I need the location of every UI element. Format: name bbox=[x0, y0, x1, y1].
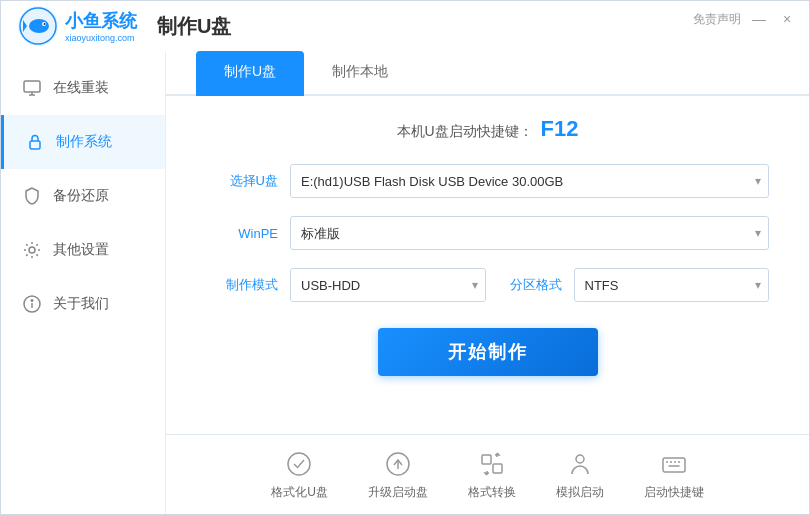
svg-point-19 bbox=[576, 455, 584, 463]
winpe-label: WinPE bbox=[206, 226, 278, 241]
sidebar-item-backup-restore[interactable]: 备份还原 bbox=[1, 169, 165, 223]
sidebar-label-other-settings: 其他设置 bbox=[53, 241, 109, 259]
usb-select[interactable]: E:(hd1)USB Flash Disk USB Device 30.00GB bbox=[290, 164, 769, 198]
toolbar-label-format-usb: 格式化U盘 bbox=[271, 484, 328, 501]
window-controls: 免责声明 — × bbox=[693, 9, 797, 29]
partition-label: 分区格式 bbox=[510, 276, 562, 294]
svg-rect-9 bbox=[30, 141, 40, 149]
content-area: 制作U盘 制作本地 本机U盘启动快捷键： F12 选择U盘 E:(hd1)USB… bbox=[166, 51, 809, 514]
shield-icon bbox=[21, 185, 43, 207]
svg-rect-18 bbox=[493, 464, 502, 473]
convert-icon bbox=[476, 448, 508, 480]
svg-point-5 bbox=[44, 23, 46, 25]
toolbar-label-boot-shortcut: 启动快捷键 bbox=[644, 484, 704, 501]
start-button[interactable]: 开始制作 bbox=[378, 328, 598, 376]
logo-icon bbox=[17, 5, 59, 47]
close-button[interactable]: × bbox=[777, 9, 797, 29]
svg-point-10 bbox=[29, 247, 35, 253]
lock-icon bbox=[24, 131, 46, 153]
upload-circle-icon bbox=[382, 448, 414, 480]
tab-bar: 制作U盘 制作本地 bbox=[166, 51, 809, 96]
page-title: 制作U盘 bbox=[157, 13, 231, 40]
logo-sub: xiaoyuxitong.com bbox=[65, 33, 137, 43]
person-icon bbox=[564, 448, 596, 480]
hotkey-prefix: 本机U盘启动快捷键： bbox=[397, 123, 533, 139]
mode-select[interactable]: USB-HDD bbox=[290, 268, 486, 302]
mode-select-wrapper: USB-HDD bbox=[290, 268, 486, 302]
sidebar-label-online-reinstall: 在线重装 bbox=[53, 79, 109, 97]
info-icon bbox=[21, 293, 43, 315]
check-circle-icon bbox=[283, 448, 315, 480]
usb-select-label: 选择U盘 bbox=[206, 172, 278, 190]
toolbar-simulate-boot[interactable]: 模拟启动 bbox=[556, 448, 604, 501]
gear-icon bbox=[21, 239, 43, 261]
svg-point-14 bbox=[288, 453, 310, 475]
titlebar: 小鱼系统 xiaoyuxitong.com 制作U盘 免责声明 — × bbox=[1, 1, 809, 51]
keyboard-icon bbox=[658, 448, 690, 480]
winpe-row: WinPE 标准版 bbox=[206, 216, 769, 250]
sidebar-label-make-system: 制作系统 bbox=[56, 133, 112, 151]
toolbar-format-usb[interactable]: 格式化U盘 bbox=[271, 448, 328, 501]
hotkey-hint: 本机U盘启动快捷键： F12 bbox=[206, 116, 769, 142]
tab-make-usb[interactable]: 制作U盘 bbox=[196, 51, 304, 96]
bottom-toolbar: 格式化U盘 升级启动盘 bbox=[166, 434, 809, 514]
hotkey-value: F12 bbox=[541, 116, 579, 141]
svg-rect-6 bbox=[24, 81, 40, 92]
tab-make-local[interactable]: 制作本地 bbox=[304, 51, 416, 96]
svg-rect-20 bbox=[663, 458, 685, 472]
logo-main: 小鱼系统 bbox=[65, 9, 137, 33]
svg-rect-17 bbox=[482, 455, 491, 464]
main-window: 小鱼系统 xiaoyuxitong.com 制作U盘 免责声明 — × bbox=[0, 0, 810, 515]
logo-text: 小鱼系统 xiaoyuxitong.com bbox=[65, 9, 137, 43]
mode-label: 制作模式 bbox=[206, 276, 278, 294]
minimize-button[interactable]: — bbox=[749, 9, 769, 29]
sidebar-item-about-us[interactable]: 关于我们 bbox=[1, 277, 165, 331]
usb-select-wrapper: E:(hd1)USB Flash Disk USB Device 30.00GB bbox=[290, 164, 769, 198]
sidebar-label-about-us: 关于我们 bbox=[53, 295, 109, 313]
winpe-select[interactable]: 标准版 bbox=[290, 216, 769, 250]
svg-point-2 bbox=[29, 19, 49, 33]
sidebar: 在线重装 制作系统 备份还原 bbox=[1, 51, 166, 514]
sidebar-item-online-reinstall[interactable]: 在线重装 bbox=[1, 61, 165, 115]
monitor-icon bbox=[21, 77, 43, 99]
toolbar-label-simulate-boot: 模拟启动 bbox=[556, 484, 604, 501]
toolbar-label-upgrade-boot: 升级启动盘 bbox=[368, 484, 428, 501]
svg-point-13 bbox=[31, 300, 33, 302]
sidebar-item-make-system[interactable]: 制作系统 bbox=[1, 115, 165, 169]
sidebar-item-other-settings[interactable]: 其他设置 bbox=[1, 223, 165, 277]
mode-partition-row: 制作模式 USB-HDD 分区格式 NTFS bbox=[206, 268, 769, 302]
form-area: 本机U盘启动快捷键： F12 选择U盘 E:(hd1)USB Flash Dis… bbox=[166, 96, 809, 434]
partition-select[interactable]: NTFS bbox=[574, 268, 770, 302]
toolbar-format-convert[interactable]: 格式转换 bbox=[468, 448, 516, 501]
logo: 小鱼系统 xiaoyuxitong.com bbox=[17, 5, 137, 47]
disclaimer-button[interactable]: 免责声明 bbox=[693, 11, 741, 28]
winpe-select-wrapper: 标准版 bbox=[290, 216, 769, 250]
usb-select-row: 选择U盘 E:(hd1)USB Flash Disk USB Device 30… bbox=[206, 164, 769, 198]
main-layout: 在线重装 制作系统 备份还原 bbox=[1, 51, 809, 514]
toolbar-boot-shortcut[interactable]: 启动快捷键 bbox=[644, 448, 704, 501]
toolbar-upgrade-boot[interactable]: 升级启动盘 bbox=[368, 448, 428, 501]
partition-select-wrapper: NTFS bbox=[574, 268, 770, 302]
start-button-container: 开始制作 bbox=[206, 320, 769, 376]
toolbar-label-format-convert: 格式转换 bbox=[468, 484, 516, 501]
sidebar-label-backup-restore: 备份还原 bbox=[53, 187, 109, 205]
